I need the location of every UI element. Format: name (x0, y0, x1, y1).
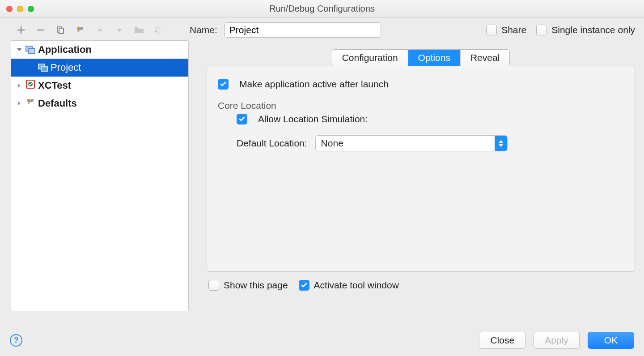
right-column: Configuration Options Reveal Make applic… (189, 40, 635, 311)
activate-tool-row[interactable]: Activate tool window (299, 280, 399, 291)
default-location-label: Default Location: (237, 138, 307, 149)
tree-node-label: Application (38, 44, 92, 56)
share-label: Share (501, 25, 526, 35)
make-active-label: Make application active after launch (239, 79, 389, 90)
add-config-icon[interactable] (15, 24, 27, 36)
wrench-config-icon[interactable] (74, 24, 86, 36)
close-button[interactable]: Close (479, 332, 525, 349)
allow-location-sim-row[interactable]: Allow Location Simulation: (237, 114, 624, 124)
gear-wrench-icon (25, 97, 35, 110)
show-page-checkbox[interactable] (208, 280, 219, 291)
xctest-icon (25, 79, 35, 92)
tree-node-label: XCTest (38, 80, 71, 91)
help-icon[interactable]: ? (10, 334, 22, 347)
window-title: Run/Debug Configurations (0, 4, 644, 14)
section-title-text: Core Location (218, 100, 276, 111)
tree-node-xctest[interactable]: XCTest (11, 77, 188, 94)
config-tree[interactable]: Application Project XCTest (11, 40, 189, 311)
tab-options[interactable]: Options (408, 50, 461, 66)
folder-icon[interactable] (133, 24, 145, 36)
svg-text:z: z (158, 30, 161, 35)
sort-az-icon[interactable]: az (153, 24, 165, 36)
share-checkbox-row[interactable]: Share (486, 25, 526, 35)
minimize-window-icon[interactable] (17, 6, 23, 12)
move-up-icon[interactable] (94, 24, 106, 36)
tree-node-label: Defaults (38, 98, 77, 109)
tree-node-label: Project (51, 62, 81, 73)
top-row: az Name: Share Single instance only (0, 18, 644, 40)
show-page-row[interactable]: Show this page (208, 280, 288, 291)
allow-location-sim-checkbox[interactable] (237, 114, 247, 124)
tree-node-defaults[interactable]: Defaults (11, 94, 188, 112)
body: Application Project XCTest (0, 40, 644, 311)
config-toolbar: az (9, 24, 188, 36)
svg-rect-1 (59, 28, 64, 34)
share-checkbox[interactable] (486, 25, 497, 35)
disclosure-collapsed-icon[interactable] (16, 100, 23, 107)
ok-button[interactable]: OK (588, 332, 634, 349)
remove-config-icon[interactable] (35, 24, 47, 36)
single-instance-checkbox-row[interactable]: Single instance only (536, 25, 635, 35)
default-location-value: None (321, 138, 343, 149)
default-location-row: Default Location: None (237, 135, 624, 151)
divider (283, 106, 624, 106)
allow-location-sim-label: Allow Location Simulation: (258, 114, 368, 124)
core-location-section: Core Location (218, 100, 624, 111)
disclosure-collapsed-icon[interactable] (16, 82, 23, 89)
move-down-icon[interactable] (114, 24, 125, 36)
make-active-row[interactable]: Make application active after launch (218, 79, 624, 90)
application-icon (38, 64, 48, 72)
default-location-select[interactable]: None (315, 135, 508, 151)
single-instance-label: Single instance only (551, 25, 635, 35)
footer: ? Close Apply OK (10, 332, 634, 349)
svg-text:a: a (158, 26, 161, 30)
titlebar: Run/Debug Configurations (0, 0, 644, 18)
tab-bar: Configuration Options Reveal (332, 49, 510, 66)
tab-configuration[interactable]: Configuration (332, 50, 408, 66)
disclosure-expanded-icon[interactable] (16, 46, 23, 53)
tree-node-project[interactable]: Project (11, 59, 188, 77)
single-instance-checkbox[interactable] (536, 25, 547, 35)
close-window-icon[interactable] (6, 6, 13, 12)
application-icon (25, 46, 35, 54)
name-label: Name: (190, 25, 217, 35)
activate-tool-checkbox[interactable] (299, 280, 309, 291)
select-stepper-icon[interactable] (495, 135, 507, 151)
make-active-checkbox[interactable] (218, 79, 229, 90)
run-debug-config-window: Run/Debug Configurations (0, 0, 644, 356)
config-name-input[interactable] (225, 22, 381, 38)
apply-button[interactable]: Apply (534, 332, 580, 349)
show-page-label: Show this page (224, 280, 288, 291)
activate-tool-label: Activate tool window (314, 280, 399, 291)
copy-config-icon[interactable] (55, 24, 66, 36)
tab-reveal[interactable]: Reveal (461, 50, 509, 66)
tree-node-application[interactable]: Application (11, 41, 188, 59)
bottom-checks: Show this page Activate tool window (207, 280, 635, 291)
zoom-window-icon[interactable] (28, 6, 34, 12)
window-controls (6, 6, 34, 12)
options-panel: Make application active after launch Cor… (207, 66, 635, 272)
